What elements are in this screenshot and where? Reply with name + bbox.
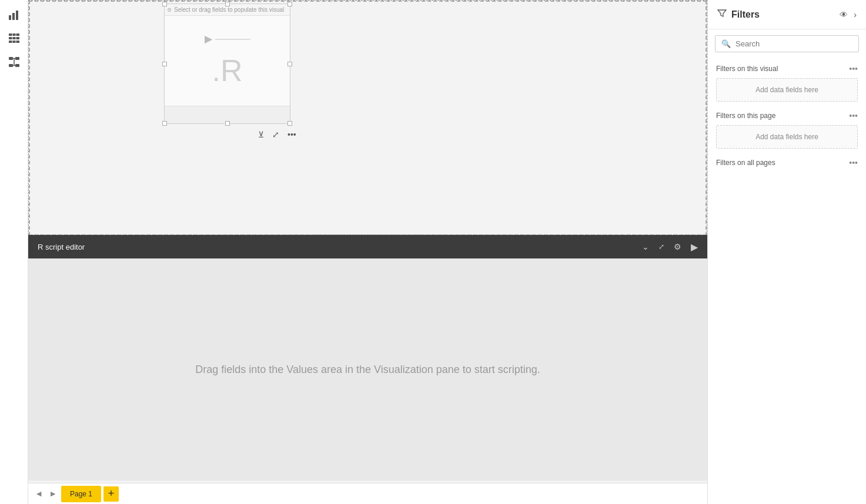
filters-on-all-pages-section: Filters on all pages ••• xyxy=(708,152,866,176)
filter-funnel-icon xyxy=(717,9,727,21)
chevron-down-icon[interactable]: ⌄ xyxy=(642,242,649,251)
svg-rect-5 xyxy=(9,41,19,43)
left-sidebar xyxy=(0,0,28,504)
r-editor-placeholder: Drag fields into the Values area in the … xyxy=(195,364,540,376)
svg-rect-1 xyxy=(12,13,15,20)
r-editor-body: Drag fields into the Values area in the … xyxy=(28,258,707,481)
filter-search-box[interactable]: 🔍 xyxy=(715,35,859,52)
filters-on-page-section: Filters on this page ••• Add data fields… xyxy=(708,105,866,152)
r-visual-body: ▶ .R xyxy=(165,16,290,106)
r-editor-title: R script editor xyxy=(38,243,85,251)
svg-rect-3 xyxy=(9,33,19,36)
search-icon: 🔍 xyxy=(721,39,731,48)
sidebar-data-view[interactable] xyxy=(4,28,25,49)
r-letter: .R xyxy=(212,53,243,88)
filters-header: Filters 👁 › xyxy=(708,0,866,29)
svg-rect-8 xyxy=(9,57,13,60)
filters-on-page-add[interactable]: Add data fields here xyxy=(716,125,858,149)
svg-rect-0 xyxy=(9,15,11,20)
add-page-button[interactable]: + xyxy=(103,486,119,502)
r-editor-header: R script editor ⌄ ⤢ ⚙ ▶ xyxy=(28,235,707,258)
filters-on-visual-add[interactable]: Add data fields here xyxy=(716,78,858,102)
r-editor-icon-group: ⌄ ⤢ ⚙ ▶ xyxy=(642,241,698,253)
collapse-filters-icon[interactable]: › xyxy=(854,10,857,19)
filter-icon[interactable]: ⊻ xyxy=(258,130,264,139)
run-icon[interactable]: ▶ xyxy=(691,241,698,253)
filters-header-icons: 👁 › xyxy=(840,10,857,19)
resize-handle-top[interactable] xyxy=(225,2,230,6)
filters-on-all-pages-more[interactable]: ••• xyxy=(849,158,858,167)
page-prev-button[interactable]: ◀ xyxy=(33,488,45,500)
resize-handle-tr[interactable] xyxy=(287,2,292,6)
r-script-editor-panel: R script editor ⌄ ⤢ ⚙ ▶ Drag fields into… xyxy=(28,235,707,481)
r-prompt-line xyxy=(215,39,250,40)
resize-handle-bottom[interactable] xyxy=(225,121,230,126)
expand-icon[interactable]: ⤢ xyxy=(658,243,664,251)
svg-rect-9 xyxy=(15,57,19,60)
canvas-area: ⚙ Select or drag fields to populate this… xyxy=(28,0,707,235)
resize-handle-br[interactable] xyxy=(287,121,292,126)
page-tabs-bar: ◀ ▶ Page 1 + xyxy=(28,483,707,504)
page-next-button[interactable]: ▶ xyxy=(47,488,59,500)
page-tab-1[interactable]: Page 1 xyxy=(61,486,101,502)
filters-on-visual-more[interactable]: ••• xyxy=(849,64,858,73)
focus-mode-icon[interactable]: ⤢ xyxy=(272,130,279,139)
resize-handle-right[interactable] xyxy=(287,62,292,66)
filters-on-page-title: Filters on this page xyxy=(716,112,775,120)
canvas-dashed-border xyxy=(29,1,707,236)
visual-toolbar: ⊻ ⤢ ••• xyxy=(258,130,296,139)
r-prompt-arrow: ▶ xyxy=(205,33,212,45)
svg-rect-10 xyxy=(9,64,13,67)
resize-handle-tl[interactable] xyxy=(162,2,167,6)
filters-on-page-more[interactable]: ••• xyxy=(849,111,858,120)
filters-on-page-header: Filters on this page ••• xyxy=(716,111,858,120)
settings-icon[interactable]: ⚙ xyxy=(674,242,681,251)
filter-search-input[interactable] xyxy=(735,39,852,48)
filters-on-visual-section: Filters on this visual ••• Add data fiel… xyxy=(708,58,866,105)
svg-rect-2 xyxy=(16,11,18,20)
filters-panel-title: Filters xyxy=(731,9,760,20)
sidebar-report-view[interactable] xyxy=(4,5,25,26)
resize-handle-bl[interactable] xyxy=(162,121,167,126)
filters-on-visual-title: Filters on this visual xyxy=(716,65,778,73)
r-visual-widget[interactable]: ⚙ Select or drag fields to populate this… xyxy=(164,4,290,124)
more-options-icon[interactable]: ••• xyxy=(287,130,296,139)
filters-panel: Filters 👁 › 🔍 Filters on this visual •••… xyxy=(707,0,866,504)
r-visual-prompt-row: ▶ xyxy=(205,33,250,45)
hide-filters-icon[interactable]: 👁 xyxy=(840,10,848,19)
r-visual-header-icon: ⚙ xyxy=(167,7,172,13)
r-visual-prompt-text: Select or drag fields to populate this v… xyxy=(174,6,284,13)
svg-rect-11 xyxy=(15,64,19,67)
filters-on-visual-header: Filters on this visual ••• xyxy=(716,64,858,73)
svg-rect-4 xyxy=(9,37,19,39)
sidebar-model-view[interactable] xyxy=(4,52,25,73)
resize-handle-left[interactable] xyxy=(162,62,167,66)
filters-on-all-pages-header: Filters on all pages ••• xyxy=(716,158,858,167)
filters-title-row: Filters xyxy=(717,9,760,21)
filters-on-all-pages-title: Filters on all pages xyxy=(716,159,775,167)
